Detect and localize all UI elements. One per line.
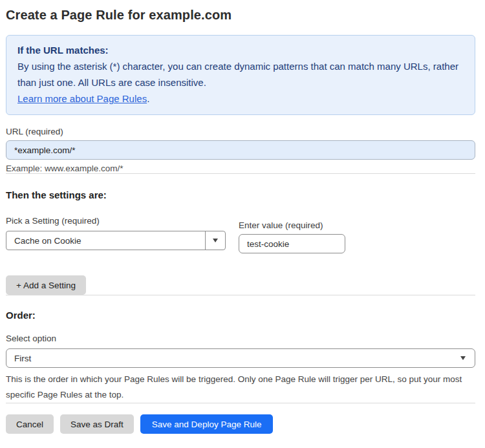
order-select-label: Select option [6,334,475,343]
url-field-label: URL (required) [6,127,475,136]
order-select-dropdown[interactable]: First [6,348,475,368]
setting-picker-label: Pick a Setting (required) [6,216,226,226]
setting-value-column: Enter value (required) [239,220,345,253]
link-suffix: . [147,93,149,104]
create-page-rule-form: Create a Page Rule for example.com If th… [0,0,485,448]
save-and-deploy-button[interactable]: Save and Deploy Page Rule [140,414,274,434]
divider [6,403,475,403]
divider [6,173,475,174]
url-input[interactable] [6,140,475,160]
page-title: Create a Page Rule for example.com [6,8,475,23]
learn-more-link[interactable]: Learn more about Page Rules [17,93,147,104]
order-helper-text: This is the order in which your Page Rul… [6,372,473,403]
setting-picker-column: Pick a Setting (required) Cache on Cooki… [6,216,226,253]
url-example-helper: Example: www.example.com/* [6,164,475,173]
setting-row: Pick a Setting (required) Cache on Cooki… [6,216,475,253]
setting-picker-selected-value: Cache on Cookie [6,231,205,250]
footer-actions: Cancel Save as Draft Save and Deploy Pag… [6,414,475,434]
add-setting-button[interactable]: + Add a Setting [6,275,86,295]
settings-section-heading: Then the settings are: [6,189,475,200]
order-selected-value: First [14,354,31,363]
save-as-draft-button[interactable]: Save as Draft [60,414,134,434]
cancel-button[interactable]: Cancel [6,414,54,434]
info-box-link-line: Learn more about Page Rules. [17,91,464,107]
url-match-info-box: If the URL matches: By using the asteris… [6,35,475,115]
setting-picker-dropdown[interactable]: Cache on Cookie [6,231,226,250]
info-box-body: By using the asterisk (*) character, you… [17,58,464,91]
order-section-heading: Order: [6,310,475,321]
setting-picker-arrow-button[interactable] [205,231,225,250]
chevron-down-icon [460,356,466,360]
setting-value-input[interactable] [239,234,345,253]
setting-value-label: Enter value (required) [239,220,345,230]
chevron-down-icon [213,239,218,242]
info-box-heading: If the URL matches: [17,42,464,58]
divider [6,295,475,295]
